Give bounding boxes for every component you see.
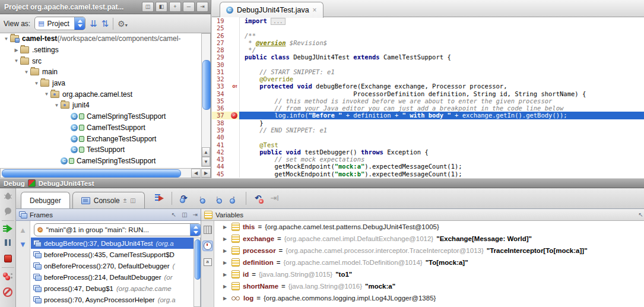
restore-variables-icon[interactable]: ↖ — [639, 211, 643, 218]
expander-icon[interactable]: ▼ — [12, 58, 20, 64]
step-out-icon[interactable]: ↑ — [227, 192, 240, 205]
thread-stepper[interactable] — [190, 223, 201, 236]
hide-frames-icon[interactable]: ⇥ — [193, 211, 198, 218]
gutter-44[interactable]: 44 — [212, 163, 239, 170]
project-vscrollbar[interactable]: ▲ ▼ — [201, 33, 211, 167]
variable-row[interactable]: ▶exchange = {org.apache.camel.impl.Defau… — [215, 233, 644, 245]
override-icon[interactable]: o↑ — [232, 83, 237, 90]
tree-row-CamelSpringTestSupport[interactable]: CCamelSpringTestSupport — [0, 156, 202, 167]
expander-icon[interactable]: ▼ — [33, 81, 40, 86]
tree-row-src[interactable]: ▼src — [0, 55, 202, 67]
tree-row-CamelSpringTestSupport[interactable]: CCamelSpringTestSupport — [0, 111, 202, 122]
breakpoint-icon[interactable]: ✓ — [231, 112, 237, 119]
tree-row-CamelTestSupport[interactable]: CCamelTestSupport — [0, 122, 202, 134]
pause-icon[interactable] — [2, 238, 13, 248]
pop-frame-icon[interactable]: ↶× — [252, 192, 265, 205]
resume-icon[interactable] — [3, 224, 12, 233]
step-over-icon[interactable]: ↷ — [177, 192, 191, 205]
expand-arrow-icon[interactable]: ▶ — [223, 284, 229, 289]
frame-row[interactable]: beforeProcess():214, DefaultDebugger (or — [31, 271, 201, 283]
code-area[interactable]: 19import ...2526/**27 * @version $Revisi… — [212, 17, 644, 178]
gutter-40[interactable]: 40 — [212, 134, 239, 141]
variable-row[interactable]: ▶shortName = {java.lang.String@1016}"moc… — [215, 280, 644, 292]
expand-arrow-icon[interactable]: ▶ — [223, 224, 229, 230]
tree-row-main[interactable]: ▼main — [0, 67, 202, 78]
tab-console[interactable]: Console ± ◫ — [72, 192, 145, 208]
float-icon[interactable]: ◫ — [142, 2, 154, 12]
gutter-30[interactable]: 30 — [212, 61, 239, 68]
gutter-31[interactable]: 31 — [212, 68, 239, 75]
stop-icon[interactable] — [2, 253, 13, 264]
show-execution-point-icon[interactable] — [153, 192, 166, 205]
frame-row[interactable]: process():47, Debug$1 (org.apache.came — [31, 283, 201, 294]
scroll-from-source-icon[interactable]: ◧ — [156, 2, 167, 12]
tree-row-.settings[interactable]: ▶.settings — [0, 45, 202, 56]
tree-row-ExchangeTestSupport[interactable]: CExchangeTestSupport — [0, 133, 202, 144]
scroll-left-icon[interactable]: ◀ — [191, 169, 201, 178]
gutter-34[interactable]: 34 — [212, 90, 239, 97]
frames-vscrollbar[interactable] — [193, 238, 201, 307]
calculator-icon[interactable] — [202, 224, 213, 235]
restore-layout-icon[interactable]: ↖ — [172, 211, 176, 218]
select-stepper[interactable] — [74, 17, 85, 30]
variable-row[interactable]: ▶this = {org.apache.camel.test.patterns.… — [215, 221, 644, 233]
hide-icon[interactable]: ⇥ — [196, 2, 208, 12]
gutter-36[interactable]: 36 — [212, 105, 239, 112]
gutter-38[interactable]: 38 — [212, 119, 239, 126]
gutter-41[interactable]: 41 — [212, 141, 239, 148]
watch-icon[interactable] — [202, 240, 213, 251]
tree-row-camel-test[interactable]: ▼camel-test (/workspace/camel/components… — [0, 33, 202, 45]
gutter-42[interactable]: 42 — [212, 148, 239, 156]
settings-icon[interactable]: ⚙▾ — [118, 19, 128, 29]
tab-debugger[interactable]: Debugger — [21, 192, 70, 208]
project-hscrollbar[interactable]: ◀ ▶ — [0, 168, 211, 178]
run-to-cursor-icon[interactable]: ⇥I — [268, 192, 281, 205]
gutter-35[interactable]: 35 — [212, 97, 239, 105]
collapse-all-icon[interactable]: ⇅ — [101, 19, 109, 28]
pin-icon[interactable]: + — [169, 2, 181, 12]
scroll-to-end-icon[interactable]: ± — [123, 197, 127, 204]
float-console-icon[interactable]: ◫ — [130, 197, 135, 204]
expand-arrow-icon[interactable]: ▶ — [223, 272, 229, 277]
variable-row[interactable]: ▶log = {org.apache.commons.logging.impl.… — [215, 292, 644, 304]
scroll-up-icon[interactable]: ▲ — [202, 147, 210, 157]
mute-breakpoints-icon[interactable] — [2, 287, 13, 297]
variable-row[interactable]: ▶definition = {org.apache.camel.model.To… — [215, 257, 644, 268]
previous-frame-icon[interactable]: ▲ — [19, 226, 27, 235]
expand-arrow-icon[interactable]: ▶ — [223, 260, 229, 265]
rerun-icon[interactable] — [2, 191, 13, 201]
tree-row-java[interactable]: ▼java — [0, 78, 202, 89]
view-as-select[interactable]: ▤ Project — [34, 17, 85, 30]
tree-row-junit4[interactable]: ▼junit4 — [0, 100, 202, 111]
expand-arrow-icon[interactable]: ▶ — [223, 248, 229, 254]
thread-selector[interactable]: ⚙ "main"@1 in group "main": RUN... — [34, 223, 201, 236]
scroll-right-icon[interactable]: ▶ — [201, 169, 211, 178]
expand-all-icon[interactable]: ⇊ — [90, 19, 97, 28]
gutter-25[interactable]: 25 — [212, 24, 239, 31]
minimize-icon[interactable]: ─ — [183, 2, 195, 12]
expand-arrow-icon[interactable]: ▶ — [223, 296, 229, 301]
tree-row-org.apache.camel.test[interactable]: ▼org.apache.camel.test — [0, 88, 202, 100]
gutter-19[interactable]: 19 — [212, 17, 239, 24]
view-breakpoints-icon[interactable] — [2, 271, 13, 282]
gutter-33[interactable]: 33o↑ — [212, 83, 239, 90]
project-hscroll-thumb[interactable] — [2, 169, 181, 178]
close-icon[interactable]: × — [313, 6, 317, 14]
next-frame-icon[interactable]: ▼ — [19, 240, 27, 249]
gutter-37[interactable]: 37✓ — [212, 112, 239, 119]
frame-row[interactable]: beforeProcess():435, CamelTestSupport$D — [31, 249, 201, 260]
expand-arrow-icon[interactable]: ▶ — [223, 236, 229, 242]
float-frames-icon[interactable]: ◫ — [182, 211, 187, 218]
expander-icon[interactable]: ▶ — [12, 48, 20, 53]
gutter-27[interactable]: 27 — [212, 39, 239, 46]
force-step-into-icon[interactable]: ↓i — [211, 192, 224, 205]
gutter-39[interactable]: 39 — [212, 126, 239, 134]
tree-row-TestSupport[interactable]: CTestSupport — [0, 144, 202, 156]
gutter-43[interactable]: 43 — [212, 156, 239, 163]
variable-row[interactable]: ▶id = {java.lang.String@1015}"to1" — [215, 268, 644, 280]
gutter-45[interactable]: 45 — [212, 170, 239, 178]
editor-tab[interactable]: C DebugJUnit4Test.java × — [220, 2, 323, 18]
expander-icon[interactable]: ▼ — [23, 69, 30, 75]
gutter-26[interactable]: 26 — [212, 32, 239, 39]
gutter-28[interactable]: 28 — [212, 46, 239, 53]
